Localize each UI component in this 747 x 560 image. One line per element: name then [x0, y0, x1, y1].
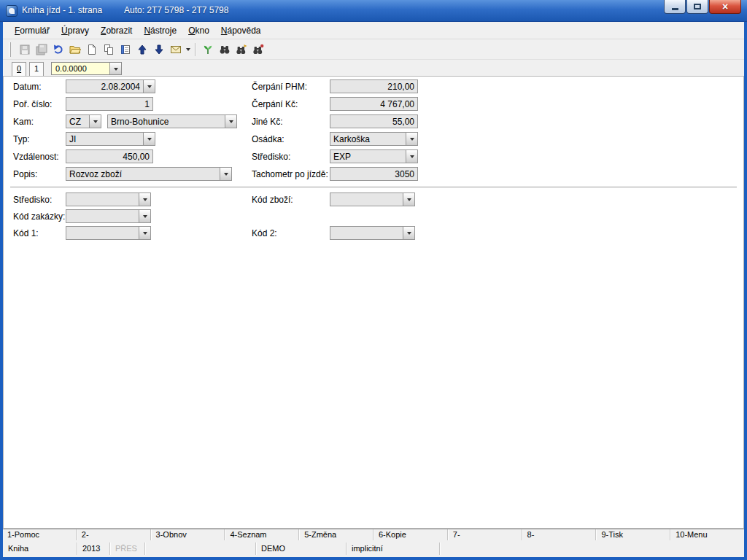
cerpani-kc-field[interactable]: 4 767,00 — [330, 97, 418, 111]
menu-nastroje[interactable]: Nástroje — [138, 23, 182, 38]
osadka-label: Osádka: — [252, 134, 285, 144]
dropdown-arrow-icon[interactable] — [220, 168, 231, 180]
find-button[interactable] — [216, 41, 233, 58]
function-key-bar: 1-Pomoc 2- 3-Obnov 4-Seznam 5-Změna 6-Ko… — [3, 529, 744, 540]
app-window: Kniha jízd - 1. strana Auto: 2T7 5798 - … — [0, 0, 747, 560]
window-controls — [663, 0, 741, 14]
vzdalenost-label: Vzdálenost: — [13, 152, 59, 162]
copy-icon — [103, 44, 115, 55]
mail-menu-icon[interactable] — [184, 41, 192, 58]
cerpani-phm-value: 210,00 — [330, 82, 417, 92]
por-cislo-value: 1 — [66, 99, 152, 109]
open-folder-icon — [69, 44, 81, 55]
fkey-6[interactable]: 6-Kopie — [374, 529, 448, 540]
status-profile: implicitní — [347, 542, 440, 555]
dropdown-arrow-icon[interactable] — [406, 133, 417, 145]
menu-napoveda[interactable]: Nápověda — [215, 23, 267, 38]
kod-2-label: Kód 2: — [252, 228, 277, 238]
minimize-icon — [672, 8, 678, 10]
tachometr-field[interactable]: 3050 — [330, 167, 418, 181]
move-down-button[interactable] — [150, 41, 167, 58]
kod-1-field[interactable] — [66, 226, 151, 240]
popis-label: Popis: — [13, 169, 37, 179]
rate-combo-value: 0.0.0000 — [52, 64, 109, 73]
fkey-7[interactable]: 7- — [448, 529, 522, 540]
import-button[interactable] — [199, 41, 216, 58]
vzdalenost-field[interactable]: 450,00 — [66, 149, 153, 163]
kod-zakazky-field[interactable] — [66, 209, 151, 223]
titlebar: Kniha jízd - 1. strana Auto: 2T7 5798 - … — [0, 0, 747, 22]
tab-1[interactable]: 1 — [29, 62, 44, 76]
dropdown-arrow-icon[interactable] — [143, 133, 155, 145]
fkey-5[interactable]: 5-Změna — [299, 529, 374, 540]
datum-field[interactable]: 2.08.2004 — [66, 79, 155, 93]
menu-okno[interactable]: Okno — [182, 23, 215, 38]
minimize-button[interactable] — [664, 0, 686, 14]
rate-combo[interactable]: 0.0.0000 — [51, 62, 122, 75]
stredisko2-field[interactable] — [66, 192, 151, 206]
menu-formular[interactable]: Formulář — [9, 23, 55, 38]
copy-button[interactable] — [100, 41, 117, 58]
kam-code-value: CZ — [66, 117, 89, 127]
mail-button[interactable] — [167, 41, 184, 58]
save-all-button — [33, 41, 50, 58]
osadka-field[interactable]: Karkoška — [330, 132, 418, 146]
new-document-icon — [86, 44, 98, 55]
dropdown-arrow-icon[interactable] — [139, 193, 150, 206]
typ-value: JI — [66, 134, 143, 144]
kam-code-field[interactable]: CZ — [66, 114, 101, 128]
popis-value: Rozvoz zboží — [66, 169, 220, 179]
close-button[interactable] — [709, 0, 741, 14]
find-next-button[interactable] — [233, 41, 249, 58]
cerpani-kc-value: 4 767,00 — [330, 99, 417, 109]
toolbar-grip[interactable] — [9, 42, 11, 57]
notebook-icon — [120, 44, 131, 55]
fkey-2[interactable]: 2- — [77, 529, 151, 540]
fkey-8[interactable]: 8- — [522, 529, 597, 540]
fkey-4[interactable]: 4-Seznam — [225, 529, 299, 540]
menu-upravy[interactable]: Úpravy — [55, 23, 95, 38]
fkey-10[interactable]: 10-Menu — [670, 529, 744, 540]
dropdown-arrow-icon[interactable] — [139, 227, 150, 239]
maximize-icon — [694, 4, 701, 9]
mail-icon — [170, 44, 182, 55]
menu-zobrazit[interactable]: Zobrazit — [95, 23, 138, 38]
kam-dest-field[interactable]: Brno-Bohunice — [107, 114, 237, 128]
jine-kc-value: 55,00 — [330, 117, 417, 127]
stredisko2-label: Středisko: — [13, 195, 52, 205]
find-next-icon — [236, 44, 247, 55]
notebook-button[interactable] — [117, 41, 133, 58]
undo-button[interactable] — [50, 41, 66, 58]
open-button[interactable] — [66, 41, 83, 58]
dropdown-arrow-icon[interactable] — [403, 227, 414, 239]
dropdown-arrow-icon[interactable] — [109, 63, 121, 74]
kod-2-field[interactable] — [330, 226, 415, 240]
dropdown-arrow-icon[interactable] — [143, 80, 155, 93]
new-button[interactable] — [83, 41, 100, 58]
popis-field[interactable]: Rozvoz zboží — [66, 167, 232, 181]
dropdown-arrow-icon[interactable] — [89, 115, 101, 128]
status-overwrite-mode: PŘES — [110, 542, 145, 555]
fkey-1[interactable]: 1-Pomoc — [3, 529, 77, 540]
typ-field[interactable]: JI — [66, 132, 155, 146]
jine-kc-field[interactable]: 55,00 — [330, 114, 418, 128]
status-module: Kniha — [3, 542, 77, 555]
dropdown-arrow-icon[interactable] — [225, 115, 236, 128]
move-up-button[interactable] — [133, 41, 150, 58]
dropdown-arrow-icon[interactable] — [406, 150, 417, 163]
maximize-button[interactable] — [686, 0, 708, 14]
fkey-3[interactable]: 3-Obnov — [151, 529, 225, 540]
dropdown-arrow-icon[interactable] — [139, 210, 150, 222]
find-go-button[interactable] — [249, 41, 266, 58]
cerpani-phm-field[interactable]: 210,00 — [330, 79, 418, 93]
kod-zbozi-field[interactable] — [330, 192, 415, 206]
stredisko-field[interactable]: EXP — [330, 149, 418, 163]
find-go-icon — [252, 44, 264, 55]
jine-kc-label: Jiné Kč: — [252, 117, 283, 127]
por-cislo-field[interactable]: 1 — [66, 97, 153, 111]
tab-0[interactable]: 0 — [12, 62, 26, 76]
dropdown-arrow-icon[interactable] — [403, 193, 414, 206]
move-up-icon — [136, 44, 148, 55]
fkey-9[interactable]: 9-Tisk — [596, 529, 670, 540]
close-icon — [722, 0, 728, 13]
